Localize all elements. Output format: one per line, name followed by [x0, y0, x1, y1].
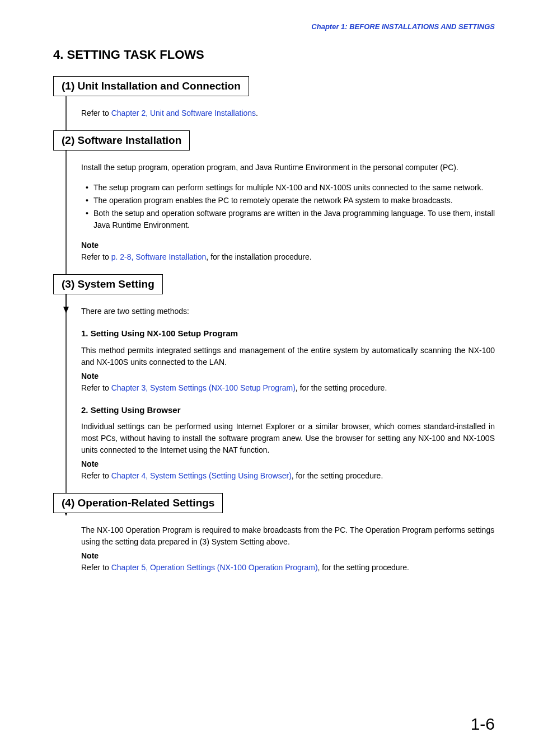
step-3-sub2-note: Refer to Chapter 4, System Settings (Set… — [81, 470, 495, 482]
page-number: 1-6 — [471, 715, 495, 734]
step-2-bullet-2: The operation program enables the PC to … — [88, 195, 495, 206]
step-3-sub1-title: 1. Setting Using NX-100 Setup Program — [81, 327, 495, 340]
step-4-body: The NX-100 Operation Program is required… — [81, 524, 495, 548]
refer-text-suffix: . — [256, 109, 258, 118]
note-prefix: Refer to — [81, 252, 111, 261]
step-2-note: Refer to p. 2-8, Software Installation, … — [81, 251, 495, 263]
note-label: Note — [81, 458, 495, 470]
note-prefix: Refer to — [81, 383, 111, 392]
step-4-note: Refer to Chapter 5, Operation Settings (… — [81, 562, 495, 574]
step-3-intro: There are two setting methods: — [81, 306, 495, 317]
arrow-icon — [63, 292, 69, 516]
note-prefix: Refer to — [81, 563, 111, 572]
refer-text-prefix: Refer to — [81, 109, 111, 118]
note-label: Note — [81, 370, 495, 382]
chapter-header: Chapter 1: BEFORE INSTALLATIONS AND SETT… — [53, 22, 495, 31]
note-suffix: , for the setting procedure. — [292, 471, 383, 480]
chapter-5-link[interactable]: Chapter 5, Operation Settings (NX-100 Op… — [111, 563, 318, 572]
note-suffix: , for the setting procedure. — [318, 563, 409, 572]
note-label: Note — [81, 240, 495, 251]
note-suffix: , for the installation procedure. — [206, 252, 311, 261]
step-2-block: (2) Software Installation Install the se… — [53, 130, 495, 274]
step-2-bullet-1: The setup program can perform settings f… — [88, 182, 495, 194]
step-3-title: (3) System Setting — [53, 274, 163, 294]
step-4-block: (4) Operation-Related Settings The NX-10… — [53, 493, 495, 585]
step-1-block: (1) Unit Installation and Connection Ref… — [53, 76, 495, 130]
step-3-sub2-title: 2. Setting Using Browser — [81, 404, 495, 417]
step-2-title: (2) Software Installation — [53, 130, 190, 151]
step-3-sub1-note: Refer to Chapter 3, System Settings (NX-… — [81, 382, 495, 394]
step-2-bullet-3: Both the setup and operation software pr… — [88, 208, 495, 231]
chapter-2-link[interactable]: Chapter 2, Unit and Software Installatio… — [111, 109, 256, 118]
step-2-intro: Install the setup program, operation pro… — [81, 162, 495, 173]
step-1-refer: Refer to Chapter 2, Unit and Software In… — [81, 107, 495, 119]
step-3-sub2-body: Individual settings can be performed usi… — [81, 421, 495, 456]
note-label: Note — [81, 550, 495, 562]
step-1-title: (1) Unit Installation and Connection — [53, 76, 249, 96]
page-2-8-link[interactable]: p. 2-8, Software Installation — [111, 252, 207, 261]
chapter-4-link[interactable]: Chapter 4, System Settings (Setting Usin… — [111, 471, 292, 480]
step-3-block: (3) System Setting There are two setting… — [53, 274, 495, 493]
note-prefix: Refer to — [81, 471, 111, 480]
step-3-sub1-body: This method permits integrated settings … — [81, 345, 495, 368]
section-title: 4. SETTING TASK FLOWS — [53, 48, 495, 62]
chapter-3-link[interactable]: Chapter 3, System Settings (NX-100 Setup… — [111, 383, 296, 392]
note-suffix: , for the setting procedure. — [296, 383, 387, 392]
step-4-title: (4) Operation-Related Settings — [53, 493, 223, 513]
